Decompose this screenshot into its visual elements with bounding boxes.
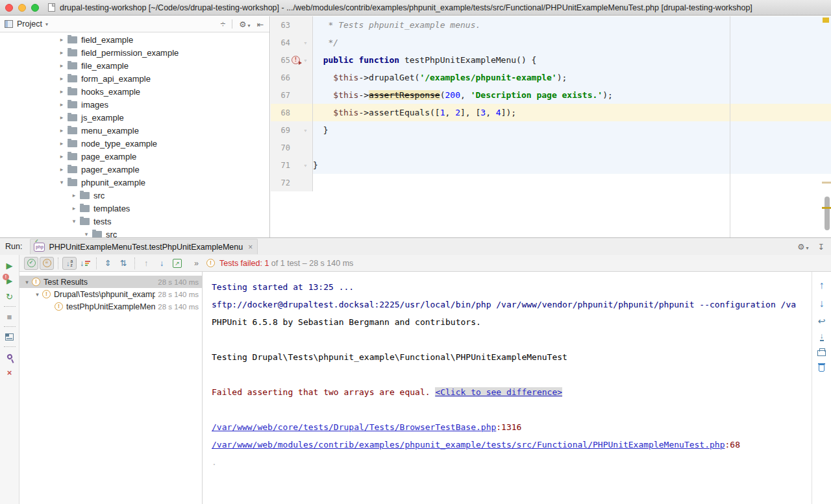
collapse-all-button[interactable]: ⇅ — [116, 257, 130, 270]
tree-item-field-example[interactable]: ▸field_example — [0, 33, 269, 46]
see-difference-link[interactable]: <Click to see difference> — [435, 387, 562, 397]
collapsed-arrow-icon[interactable]: ▸ — [69, 205, 79, 211]
pin-tab-button[interactable] — [0, 349, 19, 365]
test-node-root[interactable]: ▾ ! Test Results 28 s 140 ms — [19, 276, 202, 288]
settings-gear-icon[interactable]: ⚙▾ — [239, 19, 250, 29]
divider — [232, 19, 232, 29]
tree-item-images[interactable]: ▸images — [0, 98, 269, 111]
tree-item-page-example[interactable]: ▸page_example — [0, 150, 269, 163]
expanded-arrow-icon[interactable]: ▾ — [82, 231, 91, 237]
run-configuration-tab[interactable]: php PHPUnitExampleMenuTest.testPhpUnitEx… — [30, 239, 258, 254]
folder-icon — [80, 192, 90, 199]
collapsed-arrow-icon[interactable]: ▸ — [57, 88, 66, 95]
tree-item-phpunit-example[interactable]: ▾phpunit_example — [0, 176, 269, 189]
stacktrace-link-menutest[interactable]: /var/www/web/modules/contrib/examples/ph… — [212, 440, 725, 450]
up-the-stacktrace-button[interactable]: ↑ — [819, 280, 825, 291]
close-panel-button[interactable]: × — [0, 365, 19, 380]
collapsed-arrow-icon[interactable]: ▸ — [69, 192, 79, 198]
tree-item-menu-example[interactable]: ▸menu_example — [0, 124, 269, 137]
rerun-failed-tests-button[interactable]: ▶! — [0, 273, 19, 289]
code-line-72[interactable]: 72 — [271, 174, 831, 191]
code-line-69[interactable]: 69▿ } — [271, 121, 831, 139]
scroll-from-source-icon[interactable]: ÷ — [221, 19, 226, 29]
folder-icon — [68, 75, 77, 82]
error-stripe-warning-mark[interactable] — [823, 18, 829, 23]
more-toolbar-chevrons[interactable]: » — [194, 259, 199, 268]
fold-marker-icon[interactable]: ▿ — [301, 162, 310, 169]
clear-all-icon[interactable] — [819, 365, 825, 372]
project-view-selector[interactable]: Project — [17, 19, 42, 29]
rerun-button[interactable]: ▶ — [0, 258, 19, 273]
sort-by-duration-toggle[interactable]: ↓ — [78, 257, 92, 270]
tree-item-src[interactable]: ▸src — [0, 189, 269, 202]
tree-item-templates[interactable]: ▸templates — [0, 202, 269, 215]
toggle-auto-test-button[interactable]: ↻ — [0, 289, 19, 304]
stacktrace-link-browsertestbase[interactable]: /var/www/web/core/tests/Drupal/Tests/Bro… — [212, 422, 496, 432]
tree-item-pager-example[interactable]: ▸pager_example — [0, 163, 269, 176]
import-test-results-button[interactable]: ↗ — [170, 257, 184, 270]
code-line-71[interactable]: 71▿ } — [271, 156, 831, 174]
collapsed-arrow-icon[interactable]: ▸ — [57, 166, 66, 173]
tree-item-node-type-example[interactable]: ▸node_type_example — [0, 137, 269, 150]
chevron-down-icon[interactable]: ▾ — [45, 21, 48, 27]
console-line: Testing Drupal\Tests\phpunit_example\Fun… — [212, 348, 812, 366]
print-icon[interactable] — [817, 350, 826, 356]
code-line-67[interactable]: 67 $this->assertResponse(200, 'Descripti… — [271, 86, 831, 104]
error-stripe-mark[interactable] — [822, 182, 831, 184]
collapsed-arrow-icon[interactable]: ▸ — [57, 153, 66, 160]
test-console-output[interactable]: Testing started at 13:25 ... sftp://dock… — [203, 272, 812, 504]
scroll-to-end-button[interactable]: ↓ — [820, 333, 824, 341]
show-ignored-toggle[interactable]: ≡ — [40, 257, 54, 270]
code-line-63[interactable]: 63 * Tests phpunit_example menus. — [271, 16, 831, 34]
fold-marker-icon[interactable]: ▿ — [301, 57, 310, 64]
tree-item-tests-src[interactable]: ▾src — [0, 228, 269, 237]
expanded-arrow-icon[interactable]: ▾ — [32, 291, 42, 298]
code-line-68-current[interactable]: 68 $this->assertEquals([1, 2], [3, 4]); — [271, 104, 831, 121]
expand-all-button[interactable]: ⇕ — [101, 257, 115, 270]
test-node-class[interactable]: ▾ ! Drupal\Tests\phpunit_example 28 s 14… — [19, 288, 202, 300]
down-the-stacktrace-button[interactable]: ↓ — [819, 298, 825, 309]
collapsed-arrow-icon[interactable]: ▸ — [57, 75, 66, 82]
collapsed-arrow-icon[interactable]: ▸ — [57, 36, 66, 43]
code-editor[interactable]: 63 * Tests phpunit_example menus. 64▿ */… — [271, 16, 831, 237]
collapsed-arrow-icon[interactable]: ▸ — [57, 62, 66, 69]
tree-item-js-example[interactable]: ▸js_example — [0, 111, 269, 124]
show-passed-toggle[interactable]: ✓ — [24, 257, 38, 270]
expanded-arrow-icon[interactable]: ▾ — [69, 218, 79, 224]
code-line-65[interactable]: 65!▿ public function testPhpUnitExampleM… — [271, 51, 831, 69]
collapsed-arrow-icon[interactable]: ▸ — [57, 101, 66, 108]
test-duration: 28 s 140 ms — [158, 278, 199, 286]
collapsed-arrow-icon[interactable]: ▸ — [57, 140, 66, 147]
next-failed-test-button[interactable]: ↓ — [155, 257, 169, 270]
code-line-66[interactable]: 66 $this->drupalGet('/examples/phpunit-e… — [271, 69, 831, 86]
tree-item-tests[interactable]: ▾tests — [0, 215, 269, 228]
fold-marker-icon[interactable]: ▿ — [301, 127, 310, 134]
tree-item-form-api-example[interactable]: ▸form_api_example — [0, 72, 269, 85]
expanded-arrow-icon[interactable]: ▾ — [22, 279, 32, 285]
expanded-arrow-icon[interactable]: ▾ — [57, 179, 66, 186]
minimize-panel-icon[interactable]: ↧ — [818, 242, 825, 252]
hide-panel-icon[interactable]: ⇤ — [257, 19, 264, 29]
close-tab-icon[interactable]: × — [248, 243, 253, 252]
collapsed-arrow-icon[interactable]: ▸ — [57, 127, 66, 134]
close-window-button[interactable] — [5, 4, 13, 12]
tree-item-hooks-example[interactable]: ▸hooks_example — [0, 85, 269, 98]
tree-item-field-permission-example[interactable]: ▸field_permission_example — [0, 46, 269, 59]
collapsed-arrow-icon[interactable]: ▸ — [57, 114, 66, 121]
soft-wrap-toggle[interactable]: ↩ — [818, 316, 826, 326]
restore-layout-button[interactable] — [0, 329, 19, 344]
zoom-window-button[interactable] — [31, 4, 39, 12]
error-stripe-mark[interactable] — [822, 207, 831, 209]
folder-icon — [68, 36, 77, 43]
fold-marker-icon[interactable]: ▿ — [301, 40, 310, 46]
test-node-method[interactable]: ! testPhpUnitExampleMenu 28 s 140 ms — [19, 300, 202, 313]
editor-scrollbar-thumb[interactable] — [825, 197, 830, 230]
code-line-70[interactable]: 70 — [271, 139, 831, 156]
minimize-window-button[interactable] — [18, 4, 26, 12]
test-failed-gutter-icon[interactable]: ! — [291, 56, 300, 64]
run-settings-gear-icon[interactable]: ⚙▾ — [797, 242, 808, 252]
sort-alphabetically-toggle[interactable]: ↓az — [62, 257, 77, 270]
tree-item-file-example[interactable]: ▸file_example — [0, 59, 269, 72]
collapsed-arrow-icon[interactable]: ▸ — [57, 49, 66, 56]
code-line-64[interactable]: 64▿ */ — [271, 34, 831, 51]
